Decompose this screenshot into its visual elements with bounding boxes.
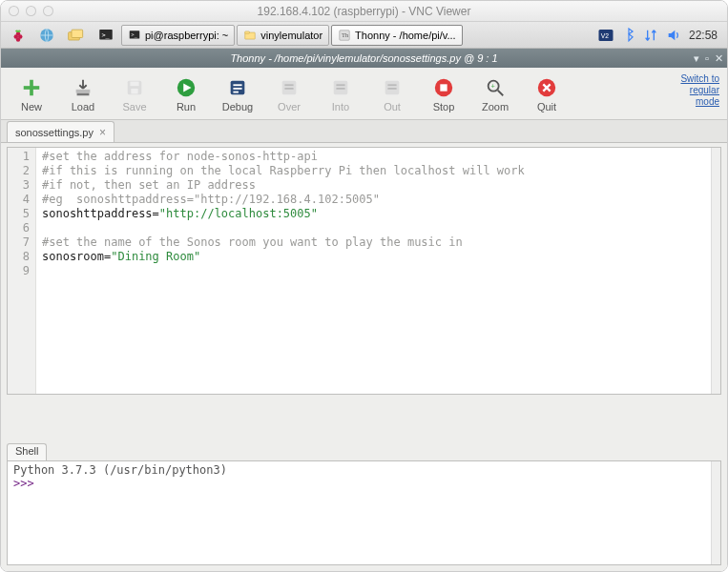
taskbar-task-filemanager[interactable]: vinylemulator [237, 25, 329, 46]
close-tab-button[interactable]: × [99, 127, 106, 138]
vnc-window: 192.168.4.102 (raspberrypi) - VNC Viewer… [0, 0, 728, 572]
thonny-titlebar: Thonny - /home/pi/vinylemulator/sonosset… [1, 49, 727, 68]
stop-icon [433, 77, 454, 98]
task-label: pi@raspberrypi: ~ [145, 30, 228, 41]
svg-rect-26 [233, 88, 241, 90]
svg-text:Th: Th [342, 31, 349, 38]
rpi-taskbar: >_ >_ pi@raspberrypi: ~ vinylemulator Th… [1, 22, 727, 49]
file-manager-launcher[interactable] [62, 25, 91, 46]
taskbar-task-terminal[interactable]: >_ pi@raspberrypi: ~ [121, 25, 235, 46]
svg-rect-35 [387, 84, 396, 86]
btn-label: Over [278, 101, 301, 112]
save-button[interactable]: Save [110, 72, 159, 115]
quit-icon [536, 77, 557, 98]
terminal-launcher[interactable]: >_ [93, 25, 119, 46]
shell-panel: Shell Python 3.7.3 (/usr/bin/python3) >>… [1, 438, 727, 571]
load-button[interactable]: Load [58, 72, 108, 115]
btn-label: Load [72, 101, 94, 112]
globe-icon [38, 27, 55, 44]
svg-rect-6 [72, 30, 83, 37]
terminal-icon: >_ [97, 27, 114, 44]
code-body[interactable]: #set the address for node-sonos-http-api… [36, 148, 711, 394]
svg-text:+: + [490, 82, 494, 91]
step-into-icon [330, 77, 351, 98]
run-button[interactable]: Run [161, 72, 211, 115]
plus-icon [21, 77, 42, 98]
shell-banner: Python 3.7.3 (/usr/bin/python3) [13, 463, 715, 477]
volume-icon[interactable] [666, 28, 681, 43]
vnc-tray-icon[interactable]: V2 [597, 28, 614, 43]
svg-text:>_: >_ [132, 31, 138, 38]
mac-window-title: 192.168.4.102 (raspberrypi) - VNC Viewer [1, 5, 727, 18]
debug-icon [227, 77, 248, 98]
thonny-toolbar: New Load Save Run Debug Over Into Out [1, 68, 727, 120]
applications-menu-button[interactable] [5, 25, 31, 46]
raspberry-icon [10, 27, 27, 44]
debug-button[interactable]: Debug [213, 72, 262, 115]
editor-scrollbar[interactable] [711, 148, 720, 394]
save-icon [124, 77, 145, 98]
svg-rect-33 [336, 88, 344, 90]
terminal-icon: >_ [128, 29, 141, 42]
folder-icon [243, 29, 257, 42]
step-over-icon [279, 77, 300, 98]
svg-line-40 [498, 91, 504, 96]
svg-rect-19 [76, 90, 91, 93]
svg-rect-21 [130, 82, 138, 87]
network-icon[interactable] [643, 28, 658, 43]
svg-rect-22 [131, 89, 137, 94]
svg-rect-36 [387, 88, 396, 90]
line-number-gutter: 1 2 3 4 5 6 7 8 9 [8, 148, 36, 394]
svg-point-2 [16, 37, 21, 42]
svg-rect-27 [233, 92, 239, 93]
editor-tab[interactable]: sonossettings.py × [7, 121, 114, 142]
shell-tab[interactable]: Shell [7, 443, 47, 460]
btn-label: Into [332, 101, 349, 112]
quit-button[interactable]: Quit [522, 72, 572, 115]
svg-rect-25 [233, 84, 241, 86]
btn-label: New [21, 101, 42, 112]
btn-label: Quit [537, 101, 556, 112]
btn-label: Zoom [482, 101, 509, 112]
btn-label: Save [122, 101, 146, 112]
step-into-button[interactable]: Into [316, 72, 365, 115]
thonny-maximize-button[interactable]: ▫ [705, 52, 709, 65]
svg-text:>_: >_ [102, 31, 111, 38]
stop-button[interactable]: Stop [419, 72, 468, 115]
mac-titlebar: 192.168.4.102 (raspberrypi) - VNC Viewer [1, 1, 727, 22]
code-editor[interactable]: 1 2 3 4 5 6 7 8 9 #set the address for n… [7, 147, 721, 395]
task-label: Thonny - /home/pi/v... [355, 30, 456, 41]
btn-label: Run [177, 101, 196, 112]
shell-prompt: >>> [13, 477, 34, 490]
switch-mode-link[interactable]: Switch to regular mode [680, 73, 719, 108]
zoom-icon: + [485, 77, 506, 98]
clock[interactable]: 22:58 [689, 29, 718, 42]
thonny-icon: Th [338, 29, 351, 42]
svg-rect-29 [284, 84, 293, 86]
system-tray: V2 22:58 [597, 28, 723, 43]
shell-output[interactable]: Python 3.7.3 (/usr/bin/python3) >>> [7, 460, 721, 565]
btn-label: Out [384, 101, 401, 112]
editor-tab-label: sonossettings.py [15, 127, 94, 138]
svg-rect-30 [284, 88, 293, 90]
thonny-minimize-button[interactable]: ▾ [694, 52, 699, 65]
svg-rect-18 [24, 86, 40, 90]
thonny-close-button[interactable]: ✕ [715, 52, 723, 65]
btn-label: Stop [433, 101, 455, 112]
step-out-button[interactable]: Out [367, 72, 417, 115]
shell-scrollbar[interactable] [711, 461, 720, 564]
editor-area: 1 2 3 4 5 6 7 8 9 #set the address for n… [1, 143, 727, 438]
svg-text:V2: V2 [601, 32, 610, 39]
step-over-button[interactable]: Over [264, 72, 314, 115]
taskbar-task-thonny[interactable]: Th Thonny - /home/pi/v... [331, 25, 463, 46]
folders-icon [67, 27, 86, 44]
zoom-button[interactable]: + Zoom [470, 72, 520, 115]
load-icon [73, 77, 94, 98]
editor-tabstrip: sonossettings.py × [1, 120, 727, 143]
shell-tab-label: Shell [15, 445, 38, 457]
web-browser-launcher[interactable] [33, 25, 60, 46]
svg-rect-32 [336, 84, 344, 86]
task-label: vinylemulator [260, 30, 322, 41]
new-button[interactable]: New [7, 72, 56, 115]
bluetooth-icon[interactable] [622, 28, 635, 43]
